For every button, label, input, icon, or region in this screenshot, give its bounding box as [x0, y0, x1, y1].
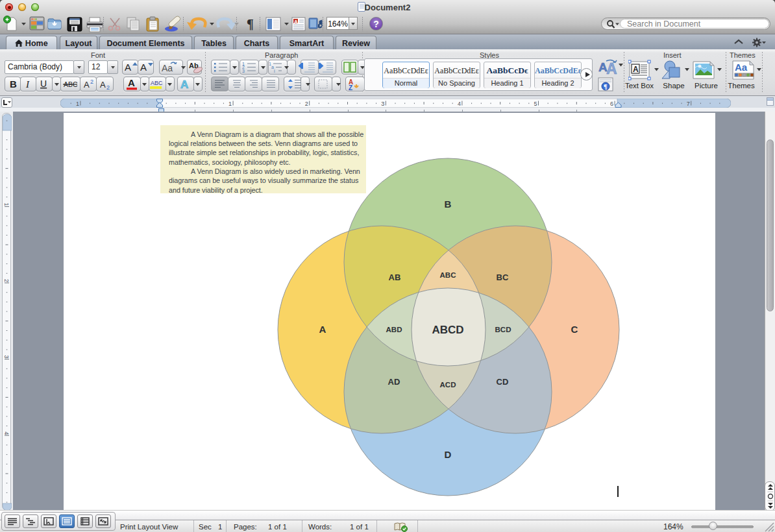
- svg-text:¶: ¶: [247, 17, 254, 31]
- svg-text:A: A: [128, 77, 135, 88]
- svg-text:ABC: ABC: [151, 80, 163, 86]
- svg-text:BC: BC: [497, 272, 509, 282]
- svg-text:2: 2: [106, 84, 110, 91]
- svg-text:5: 5: [534, 100, 537, 106]
- svg-text:Z: Z: [349, 84, 352, 91]
- svg-text:A: A: [140, 62, 147, 73]
- svg-text:AD: AD: [388, 377, 400, 387]
- svg-text:3: 3: [242, 69, 245, 73]
- svg-text:3: 3: [381, 100, 384, 106]
- svg-text:A: A: [100, 80, 106, 90]
- svg-text:ACD: ACD: [440, 381, 456, 389]
- svg-text:1: 1: [228, 100, 232, 106]
- svg-text:1: 1: [76, 100, 79, 106]
- svg-text:B: B: [10, 79, 17, 90]
- svg-text:A: A: [180, 79, 188, 91]
- svg-text:3: 3: [3, 356, 10, 359]
- svg-text:i: i: [274, 69, 275, 73]
- svg-text:Aa: Aa: [162, 63, 173, 73]
- svg-text:2: 2: [90, 79, 93, 85]
- svg-text:U: U: [40, 79, 47, 89]
- svg-text:C: C: [571, 324, 578, 335]
- svg-text:ABC: ABC: [440, 271, 456, 279]
- svg-text:BCD: BCD: [495, 326, 511, 333]
- svg-text:¶: ¶: [604, 83, 607, 90]
- svg-text:Aa: Aa: [735, 62, 748, 73]
- svg-text:I: I: [25, 79, 30, 90]
- svg-text:4: 4: [3, 431, 10, 435]
- svg-text:ABD: ABD: [386, 326, 402, 333]
- svg-text:A: A: [319, 324, 326, 335]
- svg-text:AB: AB: [389, 272, 401, 282]
- svg-text:A: A: [633, 65, 639, 74]
- svg-text:ABCD: ABCD: [432, 324, 463, 336]
- svg-text:7: 7: [687, 100, 690, 106]
- svg-text:2: 2: [305, 100, 308, 106]
- svg-text:D: D: [445, 449, 452, 460]
- svg-text:1: 1: [3, 202, 10, 206]
- svg-text:4: 4: [458, 100, 461, 106]
- svg-text:2: 2: [3, 279, 10, 282]
- svg-text:A: A: [294, 19, 298, 25]
- svg-text:A: A: [84, 80, 90, 90]
- svg-text:A: A: [125, 62, 131, 73]
- svg-text:B: B: [445, 199, 452, 210]
- svg-text:CD: CD: [497, 377, 509, 387]
- svg-text:6: 6: [610, 100, 613, 106]
